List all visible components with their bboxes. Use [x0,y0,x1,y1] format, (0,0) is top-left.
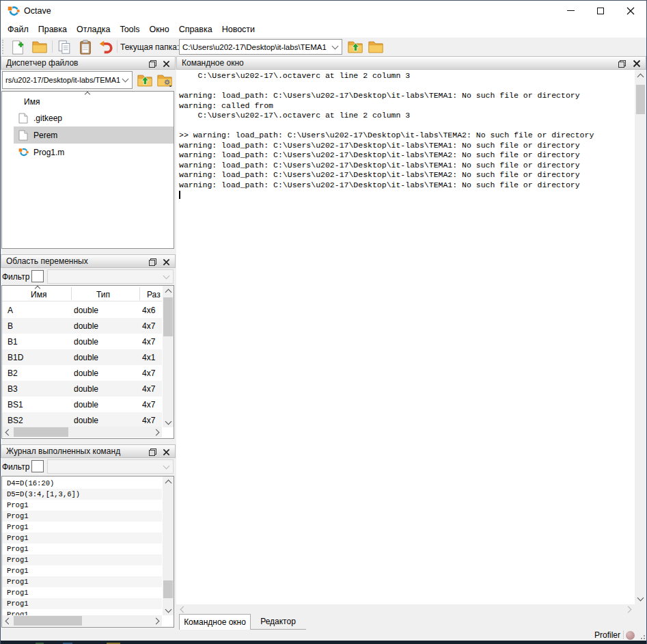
workspace-filter-combo[interactable] [47,269,174,284]
close-button[interactable] [616,1,646,21]
profiler-status-icon[interactable] [626,631,635,640]
window-title: Octave [24,6,51,16]
col-type[interactable]: Тип [96,290,110,299]
scroll-left-button[interactable] [178,604,188,614]
workspace-hscrollbar[interactable] [2,427,162,438]
history-entry[interactable]: Prog1 [2,565,162,576]
file-row[interactable]: Perem [2,126,174,144]
tab-editor[interactable]: Редактор [251,614,305,629]
paste-button[interactable] [77,38,94,55]
variable-row[interactable]: B1double4x7 [2,334,162,349]
scrollbar-thumb[interactable] [163,297,173,336]
variable-row[interactable]: BS1double4x7 [2,397,162,412]
fb-folder-up-button[interactable] [136,71,154,89]
history-filter-label: Фильтр [2,462,29,472]
history-filter-combo[interactable] [47,459,174,474]
history-entry[interactable]: D5=D(3:4,[1,3,6]) [2,489,162,500]
history-entry[interactable]: Prog1 [2,533,162,544]
menu-help[interactable]: Справка [174,25,217,34]
fb-actions-button[interactable] [156,71,174,89]
col-name[interactable]: Имя [31,290,46,299]
variable-row[interactable]: BS2double4x7 [2,412,162,428]
scroll-up-button[interactable] [163,287,174,297]
minimize-button[interactable] [555,1,586,21]
workspace-filter-checkbox[interactable] [31,270,44,282]
variable-size: 4x7 [142,337,155,347]
history-entry[interactable]: Prog1 [2,554,162,565]
history-entry[interactable]: Prog1 [2,598,162,609]
variable-row[interactable]: Bdouble4x7 [2,318,162,334]
scroll-right-button[interactable] [151,427,161,438]
open-button[interactable] [31,38,48,55]
close-panel-button[interactable] [632,59,642,68]
workspace-vscrollbar[interactable] [163,286,174,427]
new-script-button[interactable] [9,38,26,55]
chevron-down-icon [163,462,170,469]
file-list-header[interactable]: Имя [24,97,40,107]
scroll-down-button[interactable] [163,416,174,426]
undock-button[interactable] [148,59,157,68]
folder-up-button[interactable] [346,38,363,55]
resize-grip[interactable] [639,633,645,639]
menu-edit[interactable]: Правка [33,25,72,34]
menu-debug[interactable]: Отладка [72,25,115,34]
variable-name: B1D [8,353,23,362]
undock-button[interactable] [617,59,627,68]
scrollbar-thumb[interactable] [14,427,68,437]
history-entry[interactable]: Prog1 [2,500,162,511]
tab-command-window[interactable]: Командное окно [179,614,251,630]
scroll-down-button[interactable] [635,593,646,602]
variable-row[interactable]: Adouble4x6 [2,302,162,318]
current-folder-combo[interactable]: C:\Users\u202-17\Desktop\it-labs\TEMA1 [179,39,342,55]
chevron-down-icon [122,76,129,83]
scrollbar-thumb[interactable] [636,85,645,114]
history-filter-checkbox[interactable] [31,460,44,472]
terminal-output[interactable]: C:\Users\u202-17\.octaverc at line 2 col… [176,70,635,604]
command-hscrollbar[interactable] [176,604,635,614]
browse-folder-button[interactable] [367,38,384,55]
menu-window[interactable]: Окно [145,25,174,34]
scroll-right-button[interactable] [151,615,161,626]
command-vscrollbar[interactable] [635,70,646,604]
menu-file[interactable]: Файл [3,25,33,34]
close-panel-button[interactable] [161,59,171,68]
undo-button[interactable] [97,38,114,55]
history-hscrollbar[interactable] [2,615,162,626]
close-panel-button[interactable] [161,257,171,267]
variable-row[interactable]: B2double4x7 [2,365,162,381]
undock-button[interactable] [148,447,157,457]
maximize-button[interactable] [586,1,616,21]
history-vscrollbar[interactable] [163,477,174,615]
chevron-down-icon [163,272,170,279]
scrollbar-thumb[interactable] [14,616,82,626]
history-entry[interactable]: Prog1 [2,576,162,587]
undock-button[interactable] [148,257,157,267]
scroll-up-button[interactable] [635,72,646,81]
history-entry[interactable]: D4=D(16:20) [2,478,162,489]
scroll-left-button[interactable] [3,427,13,438]
undock-icon [149,448,156,456]
scroll-left-button[interactable] [3,615,13,626]
scroll-right-button[interactable] [623,604,633,614]
col-size[interactable]: Раз [147,290,161,299]
close-panel-button[interactable] [161,447,171,457]
scrollbar-thumb[interactable] [163,580,173,598]
menu-tools[interactable]: Tools [115,25,144,34]
history-entry[interactable]: Prog1 [2,544,162,554]
file-browser-path-combo[interactable]: rs/u202-17/Desktop/it-labs/TEMA1 [2,71,133,89]
copy-button[interactable] [56,38,73,55]
history-entry[interactable]: Prog1 [2,511,162,522]
undock-icon [149,258,156,266]
variable-row[interactable]: B1Ddouble4x1 [2,349,162,365]
scroll-up-button[interactable] [163,478,174,487]
file-row[interactable]: .gitkeep [2,109,174,126]
file-row[interactable]: Prog1.m [2,144,174,161]
folder-gear-icon [157,74,172,87]
history-entry[interactable]: Prog1 [2,587,162,598]
scroll-down-button[interactable] [163,604,174,614]
chevron-left-icon [180,606,187,613]
workspace-table-header[interactable]: Имя Тип Раз [2,286,162,301]
menu-news[interactable]: Новости [217,25,260,34]
variable-row[interactable]: B3double4x7 [2,381,162,397]
history-entry[interactable]: Prog1 [2,522,162,533]
